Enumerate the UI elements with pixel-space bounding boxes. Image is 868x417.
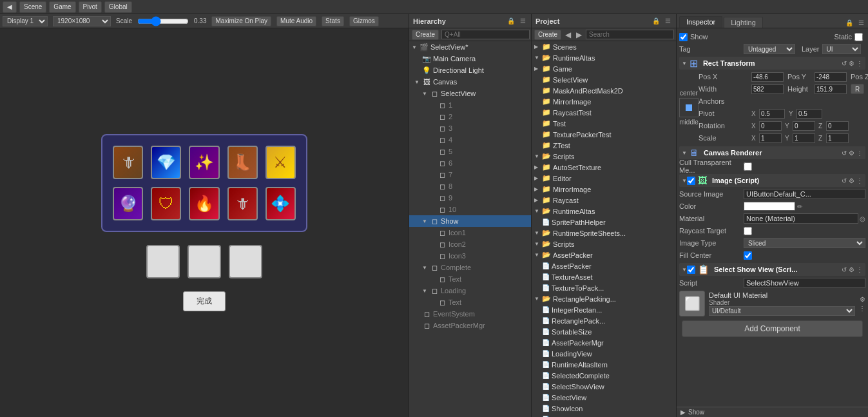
hierarchy-create-btn[interactable]: Create bbox=[412, 30, 439, 40]
add-component-button[interactable]: Add Component bbox=[682, 320, 863, 337]
color-swatch[interactable] bbox=[744, 202, 795, 211]
material-circle-icon[interactable]: ◎ bbox=[860, 215, 865, 222]
hierarchy-lock-icon[interactable]: 🔒 bbox=[506, 17, 516, 24]
global-btn[interactable]: Global bbox=[104, 1, 132, 13]
rot-z-input[interactable] bbox=[826, 121, 849, 131]
proj-rectanglepacking[interactable]: ▼ 📂 RectanglePacking... bbox=[532, 293, 676, 304]
posx-input[interactable] bbox=[751, 72, 784, 82]
slot-2[interactable] bbox=[188, 245, 221, 278]
project-create-btn[interactable]: Create bbox=[534, 30, 561, 40]
canvas-dots-icon[interactable]: ⋮ bbox=[856, 150, 863, 157]
proj-test[interactable]: 📁 Test bbox=[532, 118, 676, 129]
icon-purple-hero[interactable]: 🔮 bbox=[113, 187, 143, 220]
scene-btn[interactable]: Scene bbox=[19, 1, 46, 13]
tree-item-2[interactable]: ◻ 2 bbox=[409, 111, 531, 122]
proj-selectview[interactable]: 📁 SelectView bbox=[532, 74, 676, 85]
proj-assetpackermgr2[interactable]: 📄 AssetPackerMgr bbox=[532, 337, 676, 348]
hierarchy-search[interactable] bbox=[441, 30, 530, 39]
material-dots-icon[interactable]: ⋮ bbox=[859, 305, 865, 312]
image-type-select[interactable]: Sliced bbox=[744, 238, 865, 248]
canvas-menu-icon[interactable]: ⚙ bbox=[849, 150, 854, 157]
tree-item-complete-text[interactable]: ◻ Text bbox=[409, 273, 531, 285]
inspector-lock-icon[interactable]: 🔒 bbox=[844, 19, 854, 26]
icon-red-dagger[interactable]: 🗡 bbox=[227, 187, 258, 220]
select-dots-icon[interactable]: ⋮ bbox=[856, 266, 863, 273]
tab-lighting[interactable]: Lighting bbox=[724, 17, 763, 28]
proj-autoset[interactable]: ▶ 📁 AutoSetTexture bbox=[532, 162, 676, 173]
pivot-y-input[interactable] bbox=[796, 109, 822, 119]
height-input[interactable] bbox=[815, 84, 847, 94]
rect-dots-icon[interactable]: ⋮ bbox=[856, 60, 863, 67]
script-input[interactable] bbox=[744, 278, 865, 288]
rect-transform-header[interactable]: ▼ ⊞ Rect Transform ↺ ⚙ ⋮ bbox=[679, 57, 865, 70]
material-input[interactable] bbox=[744, 213, 858, 224]
scale-x-input[interactable] bbox=[759, 133, 782, 143]
icon-dagger[interactable]: 🗡 bbox=[113, 146, 143, 179]
select-menu-icon[interactable]: ⚙ bbox=[849, 266, 854, 273]
shader-select[interactable]: UI/Default bbox=[709, 306, 855, 316]
tree-item-loading-text[interactable]: ◻ Text bbox=[409, 296, 531, 308]
icon-gold-sword[interactable]: ⚔ bbox=[265, 146, 296, 179]
anchor-grid[interactable] bbox=[679, 98, 699, 117]
rect-reset-icon[interactable]: ↺ bbox=[842, 60, 847, 67]
tree-item-icon2[interactable]: ◻ Icon2 bbox=[409, 238, 531, 250]
scale-slider[interactable] bbox=[137, 18, 189, 24]
tree-item-4[interactable]: ◻ 4 bbox=[409, 134, 531, 146]
inspector-menu-icon[interactable]: ☰ bbox=[857, 19, 865, 26]
tree-item-icon1[interactable]: ◻ Icon1 bbox=[409, 227, 531, 238]
tab-inspector[interactable]: Inspector bbox=[679, 16, 722, 28]
icon-purple-skill[interactable]: ✨ bbox=[189, 146, 219, 179]
image-script-header[interactable]: ▼ 🖼 Image (Script) ↺ ⚙ ⋮ bbox=[679, 174, 865, 187]
icon-gem[interactable]: 💠 bbox=[265, 187, 296, 220]
tree-item-assetpackermgr[interactable]: ◻ AssetPackerMgr bbox=[409, 320, 531, 331]
proj-textureasset[interactable]: 📄 TextureAsset bbox=[532, 271, 676, 282]
hierarchy-menu-icon[interactable]: ☰ bbox=[519, 17, 527, 24]
proj-forward-icon[interactable]: ▶ bbox=[575, 30, 583, 39]
pivot-x-input[interactable] bbox=[759, 109, 785, 119]
proj-raycasttest[interactable]: 📁 RaycastTest bbox=[532, 107, 676, 118]
icon-warrior[interactable]: 🛡 bbox=[151, 187, 181, 220]
icon-blue-orb[interactable]: 💎 bbox=[151, 146, 181, 179]
tree-item-5[interactable]: ◻ 5 bbox=[409, 146, 531, 157]
tree-item-3[interactable]: ◻ 3 bbox=[409, 122, 531, 134]
tree-item-canvas[interactable]: ▼ 🖼 Canvas bbox=[409, 76, 531, 88]
tree-item-8[interactable]: ◻ 8 bbox=[409, 180, 531, 192]
tree-item-show[interactable]: ▼ ◻ Show bbox=[409, 215, 531, 227]
proj-mirrorimage[interactable]: 📁 MirrorImage bbox=[532, 96, 676, 107]
proj-mirrorimage2[interactable]: ▶ 📁 MirrorImage bbox=[532, 184, 676, 195]
tree-item-9[interactable]: ◻ 9 bbox=[409, 192, 531, 204]
proj-loadingview[interactable]: 📄 LoadingView bbox=[532, 348, 676, 359]
image-dots-icon[interactable]: ⋮ bbox=[856, 177, 863, 184]
proj-selectedcomplete[interactable]: 📄 SelectedComplete bbox=[532, 370, 676, 381]
proj-scenes[interactable]: ▶ 📁 Scenes bbox=[532, 41, 676, 52]
width-input[interactable] bbox=[751, 84, 784, 94]
proj-texturepackertest[interactable]: 📁 TexturePackerTest bbox=[532, 129, 676, 140]
proj-sortablesize[interactable]: 📄 SortableSize bbox=[532, 326, 676, 337]
tree-item-6[interactable]: ◻ 6 bbox=[409, 157, 531, 169]
proj-scripts2[interactable]: ▼ 📂 Scripts bbox=[532, 238, 676, 249]
tree-item-10[interactable]: ◻ 10 bbox=[409, 204, 531, 215]
tree-item-icon3[interactable]: ◻ Icon3 bbox=[409, 250, 531, 262]
scale-y-input[interactable] bbox=[793, 133, 815, 143]
proj-rectanglepack[interactable]: 📄 RectanglePack... bbox=[532, 315, 676, 326]
proj-scripts[interactable]: ▼ 📂 Scripts bbox=[532, 151, 676, 162]
proj-raycast[interactable]: ▶ 📁 Raycast bbox=[532, 195, 676, 206]
r-button[interactable]: R bbox=[851, 84, 864, 94]
tree-item-complete[interactable]: ▼ ◻ Complete bbox=[409, 262, 531, 273]
tree-item-loading[interactable]: ▼ ◻ Loading bbox=[409, 285, 531, 296]
tree-item-selectview-root[interactable]: ▼ 🎬 SelectView* bbox=[409, 41, 531, 53]
icon-red-skill[interactable]: 🔥 bbox=[189, 187, 219, 220]
proj-assetpacker-scr[interactable]: 📄 AssetPacker bbox=[532, 260, 676, 271]
cull-checkbox[interactable] bbox=[744, 162, 752, 171]
proj-integerrect[interactable]: 📄 IntegerRectan... bbox=[532, 304, 676, 315]
resolution-select[interactable]: 1920×1080 bbox=[53, 16, 111, 26]
proj-showicon[interactable]: 📄 ShowIcon bbox=[532, 403, 676, 414]
stats-btn[interactable]: Stats bbox=[322, 16, 344, 26]
proj-back-icon[interactable]: ◀ bbox=[564, 30, 572, 39]
rect-menu-icon[interactable]: ⚙ bbox=[849, 60, 854, 67]
source-image-input[interactable] bbox=[744, 189, 865, 199]
proj-game[interactable]: ▶ 📁 Game bbox=[532, 63, 676, 74]
slot-3[interactable] bbox=[229, 245, 262, 278]
mute-btn[interactable]: Mute Audio bbox=[276, 16, 316, 26]
material-edit-icon[interactable]: ⚙ bbox=[859, 296, 865, 303]
